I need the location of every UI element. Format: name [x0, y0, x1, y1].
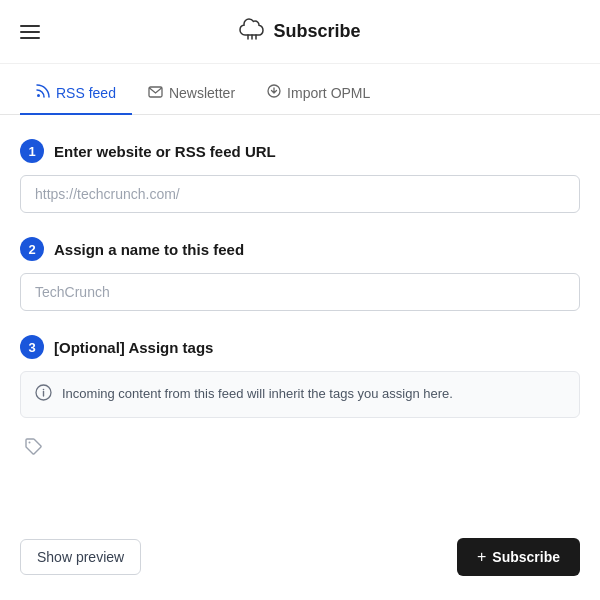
tab-newsletter[interactable]: Newsletter: [132, 73, 251, 115]
page-title: Subscribe: [273, 21, 360, 42]
step-3-header: 3 [Optional] Assign tags: [20, 335, 580, 359]
step-1-number: 1: [20, 139, 44, 163]
step-3-label: [Optional] Assign tags: [54, 339, 213, 356]
step-1-label: Enter website or RSS feed URL: [54, 143, 276, 160]
main-content: 1 Enter website or RSS feed URL 2 Assign…: [0, 115, 600, 514]
tag-icon[interactable]: [24, 437, 42, 459]
tab-rss-feed[interactable]: RSS feed: [20, 72, 132, 115]
feed-name-input[interactable]: [20, 273, 580, 311]
rss-icon: [36, 84, 50, 101]
step-2-header: 2 Assign a name to this feed: [20, 237, 580, 261]
subscribe-button-label: Subscribe: [492, 549, 560, 565]
header-title-wrap: Subscribe: [239, 18, 360, 45]
cloud-icon: [239, 18, 265, 45]
tag-input-area[interactable]: [20, 430, 580, 466]
menu-line-3: [20, 37, 40, 39]
step-2-label: Assign a name to this feed: [54, 241, 244, 258]
subscribe-button[interactable]: + Subscribe: [457, 538, 580, 576]
mail-icon: [148, 85, 163, 101]
step-1: 1 Enter website or RSS feed URL: [20, 139, 580, 213]
step-1-header: 1 Enter website or RSS feed URL: [20, 139, 580, 163]
menu-line-2: [20, 31, 40, 33]
step-3: 3 [Optional] Assign tags Incoming conten…: [20, 335, 580, 466]
svg-point-4: [43, 389, 45, 391]
tabs-bar: RSS feed Newsletter Import OPML: [0, 72, 600, 115]
tags-info-box: Incoming content from this feed will inh…: [20, 371, 580, 418]
plus-icon: +: [477, 548, 486, 566]
tags-info-text: Incoming content from this feed will inh…: [62, 384, 453, 404]
tab-import-opml-label: Import OPML: [287, 85, 370, 101]
svg-point-5: [29, 442, 31, 444]
info-circle-icon: [35, 384, 52, 405]
step-2: 2 Assign a name to this feed: [20, 237, 580, 311]
menu-line-1: [20, 25, 40, 27]
svg-point-0: [37, 94, 40, 97]
header: Subscribe: [0, 0, 600, 64]
download-icon: [267, 84, 281, 101]
step-3-number: 3: [20, 335, 44, 359]
footer: Show preview + Subscribe: [0, 522, 600, 592]
rss-url-input[interactable]: [20, 175, 580, 213]
step-2-number: 2: [20, 237, 44, 261]
tab-rss-feed-label: RSS feed: [56, 85, 116, 101]
tab-newsletter-label: Newsletter: [169, 85, 235, 101]
show-preview-button[interactable]: Show preview: [20, 539, 141, 575]
hamburger-menu-button[interactable]: [20, 25, 40, 39]
tab-import-opml[interactable]: Import OPML: [251, 72, 386, 115]
